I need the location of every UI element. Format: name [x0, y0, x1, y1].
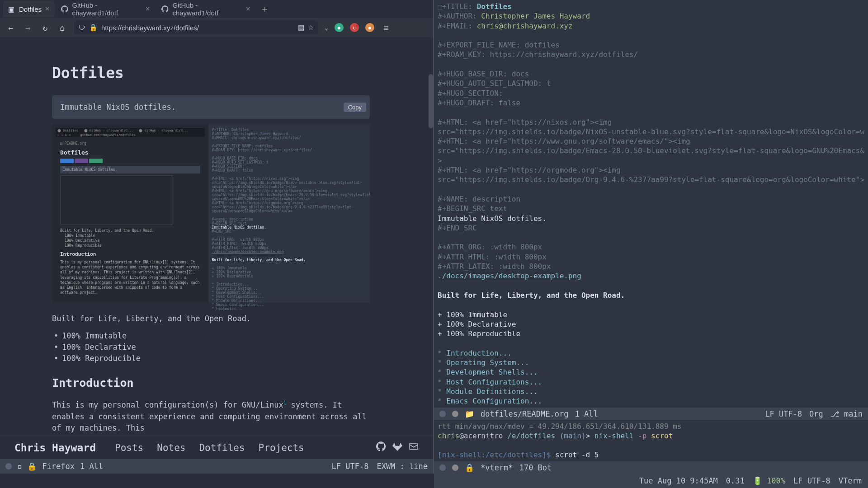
- nav-notes[interactable]: Notes: [157, 442, 185, 453]
- modeline-circle-icon: [452, 411, 458, 417]
- git-branch: ⎇ main: [830, 409, 863, 418]
- terminal-output: rtt min/avg/max/mdev = 49.294/186.651/36…: [438, 422, 864, 431]
- position: 170 Bot: [519, 463, 552, 472]
- email-icon[interactable]: [409, 441, 419, 454]
- global-status-bar: Tue Aug 10 9:45AM 0.31 🔋 100% LF UTF-8 V…: [0, 474, 868, 488]
- mode: Org: [809, 409, 823, 418]
- position: 1 All: [575, 409, 598, 418]
- terminal-buffer[interactable]: rtt min/avg/max/mdev = 49.294/186.651/36…: [434, 420, 868, 461]
- intro-paragraph: This is my personal configuration(s) for…: [52, 399, 370, 434]
- bookmark-star-icon[interactable]: ☆: [308, 23, 314, 32]
- editor-modeline: 📁 dotfiles/README.org 1 All LF UTF-8 Org…: [434, 408, 868, 420]
- feature-list: 100% Immutable 100% Declarative 100% Rep…: [52, 331, 370, 363]
- buffer-name: *vterm*: [481, 463, 513, 472]
- org-author: Christopher James Hayward: [481, 12, 590, 20]
- modeline-circle-icon: [439, 465, 446, 471]
- nav-posts[interactable]: Posts: [115, 442, 143, 453]
- menu-icon[interactable]: ≡: [381, 23, 392, 33]
- list-item: 100% Reproducible: [62, 354, 370, 363]
- site-brand[interactable]: Chris Hayward: [14, 442, 96, 454]
- embedded-screenshot: ⬤ Dotfiles ⬤ GitHub - chayward1/d... ⬤ G…: [52, 124, 370, 303]
- browser-tab-2[interactable]: GitHub - chayward1/dotf ×: [56, 1, 155, 17]
- tab-title: GitHub - chayward1/dotf: [172, 1, 242, 17]
- github-icon: [161, 5, 169, 13]
- terminal-modeline: 🔒 *vterm* 170 Bot: [434, 461, 868, 474]
- back-button[interactable]: ←: [5, 23, 16, 33]
- editor-buffer[interactable]: ⬚+TITLE: Dotfiles #+AUTHOR: Christopher …: [434, 0, 868, 408]
- left-modeline: ▫ 🔒 Firefox 1 All LF UTF-8 EXWM : line: [0, 459, 433, 474]
- system-load: 0.31: [726, 476, 745, 485]
- close-icon[interactable]: ×: [146, 5, 150, 13]
- lock-icon: 🔒: [27, 462, 37, 471]
- org-heading[interactable]: Emacs Configuration...: [446, 397, 542, 405]
- org-title: Dotfiles: [477, 2, 512, 11]
- gitlab-icon[interactable]: [392, 441, 402, 454]
- modeline-circle-icon: [452, 465, 458, 471]
- org-heading[interactable]: Host Configurations...: [446, 378, 542, 386]
- tab-title: Dotfiles: [19, 5, 42, 13]
- forward-button[interactable]: →: [23, 23, 33, 33]
- datetime: Tue Aug 10 9:45AM: [639, 476, 718, 485]
- buffer-name: Firefox: [42, 462, 75, 471]
- copy-button[interactable]: Copy: [344, 103, 366, 112]
- list-item: 100% Declarative: [62, 343, 370, 352]
- new-tab-button[interactable]: +: [256, 4, 273, 14]
- org-heading[interactable]: Operating System...: [446, 358, 529, 367]
- nav-dotfiles[interactable]: Dotfiles: [199, 442, 245, 453]
- home-button[interactable]: ⌂: [57, 23, 68, 33]
- reader-icon[interactable]: ▤: [298, 23, 304, 32]
- code-content: Immutable NixOS dotfiles.: [60, 103, 176, 112]
- encoding: LF UTF-8: [793, 476, 830, 485]
- mode: EXWM : line: [377, 462, 428, 471]
- tagline: Built for Life, Liberty, and the Open Ro…: [52, 314, 370, 323]
- folder-icon: 📁: [465, 409, 474, 418]
- file-icon: ▫: [17, 462, 22, 471]
- pocket-icon[interactable]: ⌄: [325, 24, 328, 31]
- github-icon[interactable]: [376, 441, 386, 454]
- modeline-circle-icon: [439, 411, 446, 417]
- address-bar[interactable]: 🛡 🔒 https://chrishayward.xyz/dotfiles/ ▤…: [74, 20, 318, 35]
- modeline-circle-icon: [5, 463, 12, 469]
- mode: VTerm: [839, 476, 862, 485]
- page-title: Dotfiles: [52, 64, 370, 82]
- url-text: https://chrishayward.xyz/dotfiles/: [101, 24, 294, 32]
- reload-button[interactable]: ↻: [40, 23, 51, 33]
- shield-icon: 🛡: [79, 24, 85, 32]
- extension-ublock-icon[interactable]: u: [350, 23, 359, 32]
- org-heading[interactable]: Module Definitions...: [446, 387, 538, 396]
- code-block: Immutable NixOS dotfiles. Copy: [52, 95, 370, 119]
- encoding: LF UTF-8: [765, 409, 802, 418]
- terminal-prompt-line: [nix-shell:/etc/dotfiles]$ scrot -d 5: [438, 450, 864, 460]
- close-icon[interactable]: ×: [246, 5, 250, 13]
- file-path: dotfiles/README.org: [481, 409, 568, 418]
- tab-title: GitHub - chayward1/dotf: [72, 1, 142, 17]
- extension-1-icon[interactable]: ●: [335, 23, 344, 32]
- close-icon[interactable]: ×: [45, 5, 49, 13]
- extension-3-icon[interactable]: ●: [365, 23, 374, 32]
- browser-tab-3[interactable]: GitHub - chayward1/dotf ×: [156, 1, 255, 17]
- lock-icon: 🔒: [89, 23, 98, 32]
- terminal-prompt-line: chris@acernitro /e/dotfiles (main)> nix-…: [438, 431, 864, 441]
- github-icon: [61, 5, 68, 13]
- position: 1 All: [80, 462, 103, 471]
- site-favicon-icon: ▣: [8, 5, 15, 13]
- scrollbar-thumb[interactable]: [429, 74, 433, 128]
- site-navigation: Chris Hayward Posts Notes Dotfiles Proje…: [0, 436, 433, 459]
- intro-heading: Introduction: [52, 376, 370, 389]
- image-path-link[interactable]: ./docs/images/desktop-example.png: [438, 272, 581, 280]
- org-heading[interactable]: Introduction...: [446, 349, 512, 357]
- page-content: Dotfiles Immutable NixOS dotfiles. Copy …: [0, 37, 433, 436]
- browser-nav-bar: ← → ↻ ⌂ 🛡 🔒 https://chrishayward.xyz/dot…: [0, 18, 433, 37]
- browser-tab-bar: ▣ Dotfiles × GitHub - chayward1/dotf × G…: [0, 0, 433, 18]
- battery-icon: 🔋 100%: [753, 476, 785, 485]
- list-item: 100% Immutable: [62, 331, 370, 340]
- org-email: chris@chrishayward.xyz: [477, 22, 573, 30]
- encoding: LF UTF-8: [332, 462, 369, 471]
- nav-projects[interactable]: Projects: [259, 442, 304, 453]
- browser-tab-1[interactable]: ▣ Dotfiles ×: [3, 1, 55, 17]
- org-heading[interactable]: Development Shells...: [446, 368, 538, 376]
- lock-icon: 🔒: [465, 463, 474, 472]
